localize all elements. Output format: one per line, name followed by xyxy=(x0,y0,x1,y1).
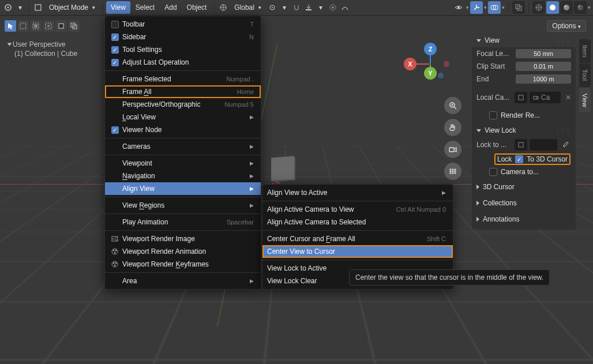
menu-align-view[interactable]: Align View▶ xyxy=(105,182,261,195)
menu-adjust-last[interactable]: Adjust Last Operation xyxy=(105,56,261,69)
clip-start-field[interactable]: 0.01 m xyxy=(516,62,571,71)
menu-view[interactable]: View xyxy=(106,1,130,14)
submenu-center-cursor-frame[interactable]: Center Cursor and Frame AllShift C xyxy=(262,232,453,245)
menu-viewer-node[interactable]: Viewer Node xyxy=(105,123,261,136)
menu-frame-selected[interactable]: Frame SelectedNumpad . xyxy=(105,73,261,85)
zoom-icon[interactable] xyxy=(444,97,461,114)
lock-to-field[interactable] xyxy=(530,139,557,151)
mode-select[interactable]: Object Mode ▾ xyxy=(44,2,100,13)
tab-item[interactable]: Item xyxy=(579,39,591,63)
focal-length-field[interactable]: 50 mm xyxy=(516,49,571,58)
svg-point-18 xyxy=(577,5,583,10)
panel-viewlock-header[interactable]: View Lock⋮⋮⋮ xyxy=(472,123,576,137)
gizmo-toggle-icon[interactable] xyxy=(470,1,483,14)
clip-end-field[interactable]: 1000 m xyxy=(516,74,571,84)
menu-select[interactable]: Select xyxy=(131,1,159,14)
select-tool-icon[interactable] xyxy=(5,20,16,32)
orientation-select[interactable]: Global ▾ xyxy=(230,2,266,13)
menu-navigation[interactable]: Navigation▶ xyxy=(105,170,261,182)
menu-tool-settings[interactable]: Tool Settings xyxy=(105,43,261,56)
menu-view-regions[interactable]: View Regions▶ xyxy=(105,199,261,212)
svg-rect-2 xyxy=(35,5,41,10)
tooltip: Center the view so that the cursor is in… xyxy=(349,269,550,286)
chevron-down-icon[interactable]: ▾ xyxy=(14,2,26,13)
shading-matpreview-icon[interactable] xyxy=(560,1,573,14)
menu-add[interactable]: Add xyxy=(160,1,181,14)
render-region-check[interactable] xyxy=(489,111,497,119)
svg-point-15 xyxy=(550,5,556,10)
editor-type-icon[interactable] xyxy=(2,2,14,13)
panel-3dcursor-header[interactable]: 3D Cursor xyxy=(472,180,576,194)
panel-view-header[interactable]: View⋮⋮⋮ xyxy=(472,33,576,47)
camera-datablock-icon[interactable] xyxy=(515,92,527,103)
menu-vp-render-image[interactable]: Viewport Render Image xyxy=(105,232,261,245)
clear-icon[interactable]: ✕ xyxy=(565,93,571,102)
menu-frame-all[interactable]: Frame AllHome xyxy=(105,85,261,98)
mesh-cube[interactable] xyxy=(271,156,294,181)
svg-rect-42 xyxy=(534,96,536,99)
select-box-icon[interactable] xyxy=(17,20,29,32)
svg-rect-30 xyxy=(449,148,454,152)
select-lasso-icon[interactable] xyxy=(43,20,54,32)
menu-persp-ortho[interactable]: Perspective/OrthographicNumpad 5 xyxy=(105,98,261,111)
menu-play-animation[interactable]: Play AnimationSpacebar xyxy=(105,216,261,228)
snap-icon[interactable] xyxy=(291,2,302,13)
tab-tool[interactable]: Tool xyxy=(579,63,591,87)
select-circle-icon[interactable] xyxy=(30,20,42,32)
shading-wire-icon[interactable] xyxy=(532,1,545,14)
select-invert-icon[interactable] xyxy=(55,20,67,32)
submenu-align-to-active[interactable]: Align View to Active▶ xyxy=(262,186,453,199)
shading-rendered-icon[interactable] xyxy=(574,1,587,14)
snap-to-icon[interactable] xyxy=(303,2,314,13)
svg-point-1 xyxy=(7,7,9,9)
panel-collections-header[interactable]: Collections xyxy=(472,196,576,210)
submenu-center-view-cursor[interactable]: Center View to Cursor xyxy=(262,245,453,258)
menu-toolbar[interactable]: ToolbarT xyxy=(105,18,261,31)
overlay-toggle-icon[interactable] xyxy=(488,1,501,14)
submenu-align-cam-view[interactable]: Align Active Camera to ViewCtrl Alt Nump… xyxy=(262,203,453,216)
nav-gizmo[interactable]: Z Y X xyxy=(407,43,453,89)
menu-vp-render-keyframes[interactable]: Viewport Render Keyframes xyxy=(105,258,261,271)
menu-local-view[interactable]: Local View▶ xyxy=(105,111,261,123)
svg-point-16 xyxy=(564,5,569,10)
gizmo-x[interactable]: X xyxy=(404,58,416,70)
menu-object[interactable]: Object xyxy=(182,1,212,14)
submenu-align-cam-selected[interactable]: Align Active Camera to Selected xyxy=(262,216,453,228)
visibility-icon[interactable] xyxy=(452,1,465,14)
menu-vp-render-anim[interactable]: Viewport Render Animation xyxy=(105,245,261,258)
sidebar-tabs: Item Tool View xyxy=(579,39,591,112)
select-intersect-icon[interactable] xyxy=(68,20,80,32)
camera-view-icon[interactable] xyxy=(444,141,461,158)
pivot-icon[interactable] xyxy=(267,2,278,13)
eyedropper-icon[interactable] xyxy=(560,139,571,151)
to-3d-cursor-check[interactable] xyxy=(515,155,523,163)
chevron-down-icon[interactable]: ▾ xyxy=(315,2,326,13)
orientation-icon[interactable] xyxy=(217,2,229,13)
viewport-info: User Perspective (1) Collection | Cube xyxy=(8,40,77,58)
svg-rect-22 xyxy=(34,24,37,28)
persp-toggle-icon[interactable] xyxy=(444,163,461,180)
svg-point-40 xyxy=(114,265,116,267)
gizmo-neg-axis[interactable] xyxy=(438,73,444,78)
proportional-icon[interactable] xyxy=(327,2,339,13)
mode-icon[interactable] xyxy=(32,2,44,13)
camera-to-view-check[interactable] xyxy=(489,168,497,176)
options-button[interactable]: Options ▾ xyxy=(547,20,586,32)
object-datablock-icon[interactable] xyxy=(515,139,527,151)
local-camera-field[interactable]: Ca xyxy=(530,92,561,103)
xray-icon[interactable] xyxy=(512,1,525,14)
menu-area[interactable]: Area▶ xyxy=(105,275,261,287)
menu-cameras[interactable]: Cameras▶ xyxy=(105,140,261,153)
view-menu: ToolbarT SidebarN Tool Settings Adjust L… xyxy=(104,16,261,290)
gizmo-neg-axis[interactable] xyxy=(444,61,449,67)
menu-sidebar[interactable]: SidebarN xyxy=(105,31,261,43)
falloff-icon[interactable] xyxy=(339,2,351,13)
tab-view[interactable]: View xyxy=(579,88,591,113)
pan-icon[interactable] xyxy=(444,119,461,136)
menu-viewpoint[interactable]: Viewpoint▶ xyxy=(105,157,261,170)
chevron-down-icon[interactable]: ▾ xyxy=(279,2,290,13)
gizmo-z[interactable]: Z xyxy=(424,43,437,55)
panel-annotations-header[interactable]: Annotations xyxy=(472,212,576,226)
shading-solid-icon[interactable] xyxy=(546,1,559,14)
gizmo-y[interactable]: Y xyxy=(424,67,437,80)
